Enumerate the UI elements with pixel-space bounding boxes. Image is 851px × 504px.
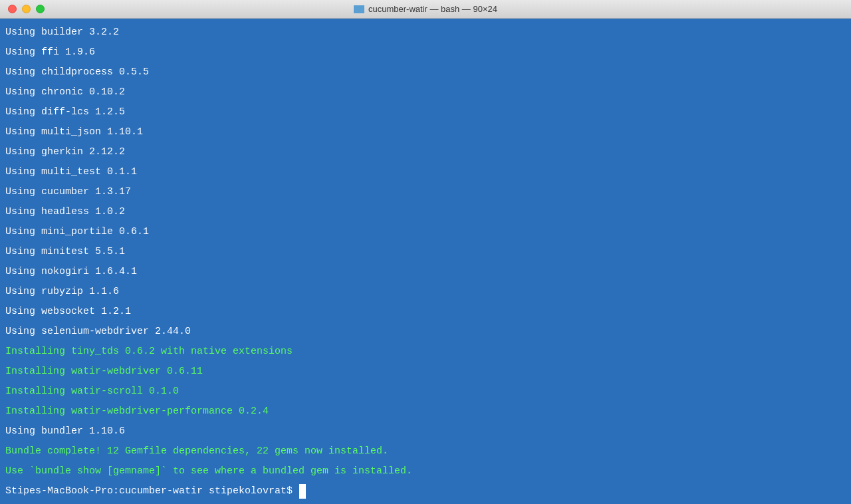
terminal-line: Use `bundle show [gemname]` to see where… bbox=[5, 461, 846, 481]
terminal-line: Installing watir-webdriver-performance 0… bbox=[5, 402, 846, 422]
terminal-line: Installing watir-webdriver 0.6.11 bbox=[5, 362, 846, 382]
terminal-line: Using cucumber 1.3.17 bbox=[5, 182, 846, 202]
terminal-line: Using multi_test 0.1.1 bbox=[5, 162, 846, 182]
terminal-icon bbox=[354, 5, 364, 13]
terminal-line: Installing tiny_tds 0.6.2 with native ex… bbox=[5, 342, 846, 362]
terminal-line: Using gherkin 2.12.2 bbox=[5, 142, 846, 162]
terminal-line: Using mini_portile 0.6.1 bbox=[5, 222, 846, 242]
titlebar-title: cucumber-watir — bash — 90×24 bbox=[354, 4, 497, 14]
close-button[interactable] bbox=[8, 5, 17, 13]
terminal-line: Using selenium-webdriver 2.44.0 bbox=[5, 322, 846, 342]
terminal-body: Using builder 3.2.2Using ffi 1.9.6Using … bbox=[0, 19, 851, 504]
terminal-line: Using childprocess 0.5.5 bbox=[5, 63, 846, 82]
terminal-line: Using minitest 5.5.1 bbox=[5, 242, 846, 262]
window-controls[interactable] bbox=[8, 5, 45, 13]
terminal-line: Using nokogiri 1.6.4.1 bbox=[5, 262, 846, 282]
titlebar: cucumber-watir — bash — 90×24 bbox=[0, 0, 851, 19]
terminal-line: Stipes-MacBook-Pro:cucumber-watir stipek… bbox=[5, 481, 846, 501]
terminal-line: Using ffi 1.9.6 bbox=[5, 43, 846, 63]
terminal-line: Using websocket 1.2.1 bbox=[5, 302, 846, 322]
terminal-line: Bundle complete! 12 Gemfile dependencies… bbox=[5, 441, 846, 461]
prompt-text: Stipes-MacBook-Pro:cucumber-watir stipek… bbox=[5, 481, 299, 501]
maximize-button[interactable] bbox=[36, 5, 45, 13]
terminal-line: Using chronic 0.10.2 bbox=[5, 82, 846, 102]
terminal-line: Using bundler 1.10.6 bbox=[5, 422, 846, 441]
terminal-line: Using diff-lcs 1.2.5 bbox=[5, 102, 846, 122]
terminal-line: Using rubyzip 1.1.6 bbox=[5, 282, 846, 302]
terminal-line: Using multi_json 1.10.1 bbox=[5, 122, 846, 142]
minimize-button[interactable] bbox=[22, 5, 31, 13]
terminal-cursor bbox=[299, 484, 306, 499]
terminal-line: Using headless 1.0.2 bbox=[5, 202, 846, 222]
terminal-line: Installing watir-scroll 0.1.0 bbox=[5, 382, 846, 402]
terminal-line: Using builder 3.2.2 bbox=[5, 23, 846, 43]
